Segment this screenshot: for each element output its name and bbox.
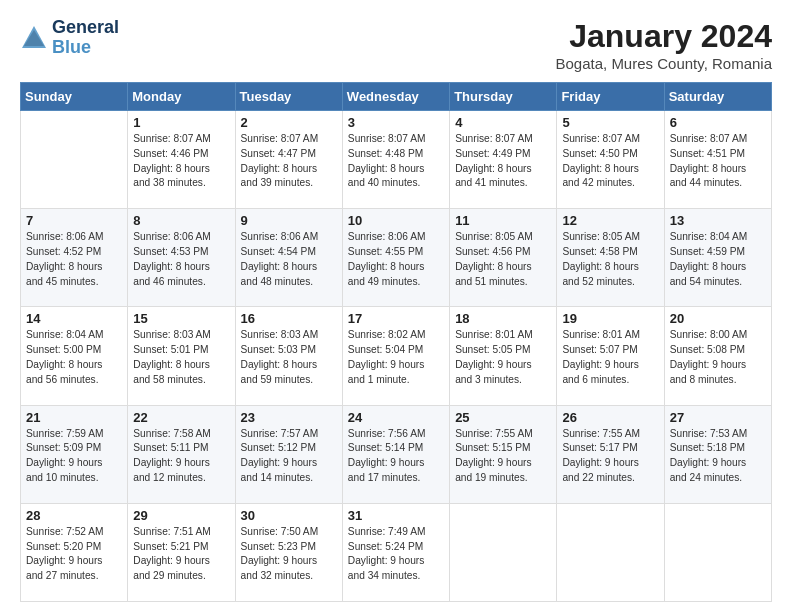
day-info: Sunrise: 8:06 AMSunset: 4:52 PMDaylight:… [26, 230, 122, 289]
day-cell: 3Sunrise: 8:07 AMSunset: 4:48 PMDaylight… [342, 111, 449, 209]
day-cell: 19Sunrise: 8:01 AMSunset: 5:07 PMDayligh… [557, 307, 664, 405]
day-info: Sunrise: 8:04 AMSunset: 4:59 PMDaylight:… [670, 230, 766, 289]
day-number: 25 [455, 410, 551, 425]
day-info: Sunrise: 8:03 AMSunset: 5:03 PMDaylight:… [241, 328, 337, 387]
day-number: 27 [670, 410, 766, 425]
subtitle: Bogata, Mures County, Romania [556, 55, 773, 72]
day-cell: 6Sunrise: 8:07 AMSunset: 4:51 PMDaylight… [664, 111, 771, 209]
day-number: 31 [348, 508, 444, 523]
day-cell: 22Sunrise: 7:58 AMSunset: 5:11 PMDayligh… [128, 405, 235, 503]
day-cell: 9Sunrise: 8:06 AMSunset: 4:54 PMDaylight… [235, 209, 342, 307]
day-cell: 17Sunrise: 8:02 AMSunset: 5:04 PMDayligh… [342, 307, 449, 405]
calendar-header: SundayMondayTuesdayWednesdayThursdayFrid… [21, 83, 772, 111]
day-number: 21 [26, 410, 122, 425]
day-number: 16 [241, 311, 337, 326]
logo-text: General Blue [52, 18, 119, 58]
day-cell: 27Sunrise: 7:53 AMSunset: 5:18 PMDayligh… [664, 405, 771, 503]
day-info: Sunrise: 8:00 AMSunset: 5:08 PMDaylight:… [670, 328, 766, 387]
day-cell: 18Sunrise: 8:01 AMSunset: 5:05 PMDayligh… [450, 307, 557, 405]
day-cell: 23Sunrise: 7:57 AMSunset: 5:12 PMDayligh… [235, 405, 342, 503]
day-info: Sunrise: 8:07 AMSunset: 4:49 PMDaylight:… [455, 132, 551, 191]
day-number: 20 [670, 311, 766, 326]
day-number: 4 [455, 115, 551, 130]
day-info: Sunrise: 8:06 AMSunset: 4:55 PMDaylight:… [348, 230, 444, 289]
day-number: 3 [348, 115, 444, 130]
day-number: 15 [133, 311, 229, 326]
day-cell: 16Sunrise: 8:03 AMSunset: 5:03 PMDayligh… [235, 307, 342, 405]
day-cell: 29Sunrise: 7:51 AMSunset: 5:21 PMDayligh… [128, 503, 235, 601]
week-row-4: 28Sunrise: 7:52 AMSunset: 5:20 PMDayligh… [21, 503, 772, 601]
day-number: 23 [241, 410, 337, 425]
day-number: 1 [133, 115, 229, 130]
day-info: Sunrise: 8:02 AMSunset: 5:04 PMDaylight:… [348, 328, 444, 387]
day-cell: 14Sunrise: 8:04 AMSunset: 5:00 PMDayligh… [21, 307, 128, 405]
day-info: Sunrise: 7:53 AMSunset: 5:18 PMDaylight:… [670, 427, 766, 486]
day-info: Sunrise: 7:57 AMSunset: 5:12 PMDaylight:… [241, 427, 337, 486]
day-info: Sunrise: 8:05 AMSunset: 4:56 PMDaylight:… [455, 230, 551, 289]
day-cell: 11Sunrise: 8:05 AMSunset: 4:56 PMDayligh… [450, 209, 557, 307]
day-info: Sunrise: 7:59 AMSunset: 5:09 PMDaylight:… [26, 427, 122, 486]
day-cell [450, 503, 557, 601]
day-number: 2 [241, 115, 337, 130]
day-info: Sunrise: 8:01 AMSunset: 5:05 PMDaylight:… [455, 328, 551, 387]
day-number: 7 [26, 213, 122, 228]
day-cell: 13Sunrise: 8:04 AMSunset: 4:59 PMDayligh… [664, 209, 771, 307]
day-cell: 26Sunrise: 7:55 AMSunset: 5:17 PMDayligh… [557, 405, 664, 503]
day-info: Sunrise: 8:06 AMSunset: 4:54 PMDaylight:… [241, 230, 337, 289]
day-info: Sunrise: 7:58 AMSunset: 5:11 PMDaylight:… [133, 427, 229, 486]
day-number: 13 [670, 213, 766, 228]
day-number: 29 [133, 508, 229, 523]
day-cell [21, 111, 128, 209]
day-info: Sunrise: 8:05 AMSunset: 4:58 PMDaylight:… [562, 230, 658, 289]
day-number: 19 [562, 311, 658, 326]
day-cell: 1Sunrise: 8:07 AMSunset: 4:46 PMDaylight… [128, 111, 235, 209]
day-info: Sunrise: 8:07 AMSunset: 4:50 PMDaylight:… [562, 132, 658, 191]
day-cell [664, 503, 771, 601]
week-row-3: 21Sunrise: 7:59 AMSunset: 5:09 PMDayligh… [21, 405, 772, 503]
day-cell: 30Sunrise: 7:50 AMSunset: 5:23 PMDayligh… [235, 503, 342, 601]
day-cell: 10Sunrise: 8:06 AMSunset: 4:55 PMDayligh… [342, 209, 449, 307]
header-cell-tuesday: Tuesday [235, 83, 342, 111]
day-info: Sunrise: 7:51 AMSunset: 5:21 PMDaylight:… [133, 525, 229, 584]
header-cell-thursday: Thursday [450, 83, 557, 111]
header-cell-friday: Friday [557, 83, 664, 111]
day-number: 28 [26, 508, 122, 523]
day-number: 22 [133, 410, 229, 425]
day-number: 6 [670, 115, 766, 130]
day-info: Sunrise: 7:52 AMSunset: 5:20 PMDaylight:… [26, 525, 122, 584]
header-cell-monday: Monday [128, 83, 235, 111]
day-cell: 20Sunrise: 8:00 AMSunset: 5:08 PMDayligh… [664, 307, 771, 405]
header: General Blue January 2024 Bogata, Mures … [20, 18, 772, 72]
day-info: Sunrise: 8:03 AMSunset: 5:01 PMDaylight:… [133, 328, 229, 387]
day-info: Sunrise: 8:06 AMSunset: 4:53 PMDaylight:… [133, 230, 229, 289]
day-info: Sunrise: 8:07 AMSunset: 4:48 PMDaylight:… [348, 132, 444, 191]
logo-line2: Blue [52, 38, 119, 58]
header-row: SundayMondayTuesdayWednesdayThursdayFrid… [21, 83, 772, 111]
page: General Blue January 2024 Bogata, Mures … [0, 0, 792, 612]
day-number: 30 [241, 508, 337, 523]
day-info: Sunrise: 8:07 AMSunset: 4:46 PMDaylight:… [133, 132, 229, 191]
header-cell-sunday: Sunday [21, 83, 128, 111]
day-number: 14 [26, 311, 122, 326]
week-row-0: 1Sunrise: 8:07 AMSunset: 4:46 PMDaylight… [21, 111, 772, 209]
header-cell-saturday: Saturday [664, 83, 771, 111]
day-cell [557, 503, 664, 601]
logo-icon [20, 24, 48, 52]
day-info: Sunrise: 7:49 AMSunset: 5:24 PMDaylight:… [348, 525, 444, 584]
main-title: January 2024 [556, 18, 773, 55]
day-number: 24 [348, 410, 444, 425]
day-info: Sunrise: 7:55 AMSunset: 5:15 PMDaylight:… [455, 427, 551, 486]
day-cell: 24Sunrise: 7:56 AMSunset: 5:14 PMDayligh… [342, 405, 449, 503]
header-cell-wednesday: Wednesday [342, 83, 449, 111]
day-cell: 31Sunrise: 7:49 AMSunset: 5:24 PMDayligh… [342, 503, 449, 601]
logo-line1: General [52, 18, 119, 38]
day-cell: 25Sunrise: 7:55 AMSunset: 5:15 PMDayligh… [450, 405, 557, 503]
calendar: SundayMondayTuesdayWednesdayThursdayFrid… [20, 82, 772, 602]
calendar-body: 1Sunrise: 8:07 AMSunset: 4:46 PMDaylight… [21, 111, 772, 602]
day-cell: 15Sunrise: 8:03 AMSunset: 5:01 PMDayligh… [128, 307, 235, 405]
day-number: 17 [348, 311, 444, 326]
day-cell: 2Sunrise: 8:07 AMSunset: 4:47 PMDaylight… [235, 111, 342, 209]
week-row-2: 14Sunrise: 8:04 AMSunset: 5:00 PMDayligh… [21, 307, 772, 405]
day-cell: 21Sunrise: 7:59 AMSunset: 5:09 PMDayligh… [21, 405, 128, 503]
day-cell: 28Sunrise: 7:52 AMSunset: 5:20 PMDayligh… [21, 503, 128, 601]
